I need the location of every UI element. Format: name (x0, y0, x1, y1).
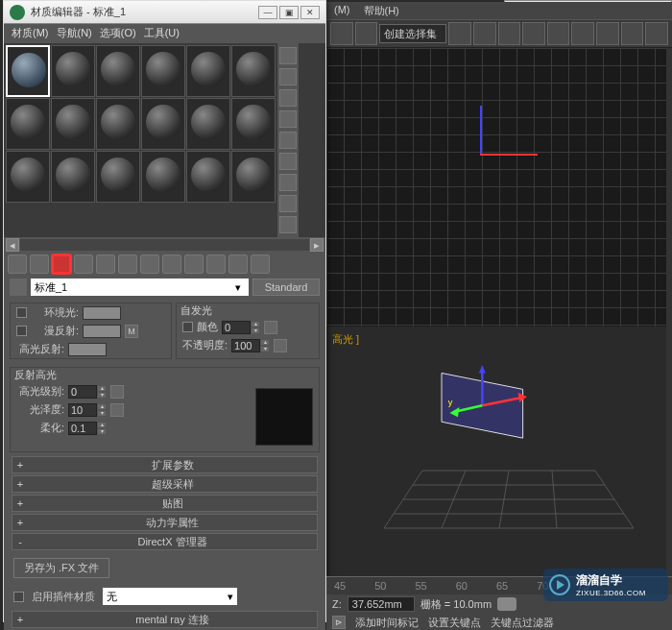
background-icon[interactable] (279, 89, 297, 107)
mirror-icon[interactable] (473, 22, 496, 45)
sample-slot-17[interactable] (186, 151, 230, 203)
sample-uv-icon[interactable] (279, 110, 297, 128)
toolbar-btn-2[interactable] (355, 22, 378, 45)
menu-navigate[interactable]: 导航(N) (57, 26, 92, 41)
add-time-tag[interactable]: 添加时间标记 (355, 616, 419, 630)
plugin-dropdown[interactable]: 无▾ (103, 588, 237, 605)
minimize-button[interactable]: — (258, 6, 277, 19)
align-icon[interactable] (498, 22, 521, 45)
soften-spinner[interactable]: 0.1▴▾ (68, 422, 107, 435)
viewport-top[interactable] (326, 48, 672, 327)
sample-slot-8[interactable] (51, 98, 95, 150)
menu-help[interactable]: 帮助(H) (364, 4, 399, 17)
gloss-spinner[interactable]: 10▴▾ (68, 403, 107, 417)
sample-hscroll[interactable]: ◂ ▸ (4, 237, 325, 253)
toolbar-btn-3[interactable] (448, 22, 471, 45)
z-coord-field[interactable]: 37.652mm (348, 596, 415, 612)
key-filter-button[interactable]: 关键点过滤器 (491, 616, 554, 630)
ambient-lock[interactable] (16, 307, 27, 318)
menu-tools[interactable]: 工具(U) (144, 26, 180, 41)
diffuse-map-button[interactable]: M (125, 325, 138, 338)
menu-options[interactable]: 选项(O) (100, 26, 136, 41)
menu-material[interactable]: 材质(M) (12, 26, 49, 41)
material-name-input[interactable]: 标准_1▾ (31, 279, 249, 296)
opacity-spinner[interactable]: 100▴▾ (231, 339, 270, 352)
sample-slot-2[interactable] (51, 45, 95, 97)
close-button[interactable]: ✕ (300, 6, 320, 19)
diffuse-lock[interactable] (16, 326, 27, 336)
sample-slot-6[interactable] (231, 45, 276, 97)
spec-level-map-button[interactable] (110, 385, 124, 399)
ambient-swatch[interactable] (83, 306, 121, 320)
sample-slot-5[interactable] (186, 45, 230, 97)
time-tag-icon[interactable]: ⊳ (332, 616, 346, 629)
sample-type-icon[interactable] (279, 47, 297, 64)
self-illum-check[interactable] (182, 322, 193, 332)
curve-editor-icon[interactable] (547, 22, 570, 45)
preview-icon[interactable] (279, 153, 297, 170)
render-setup-icon[interactable] (621, 22, 644, 45)
save-fx-button[interactable]: 另存为 .FX 文件 (13, 558, 109, 578)
go-parent-icon[interactable] (228, 254, 248, 274)
sample-slot-3[interactable] (96, 45, 140, 97)
show-end-result-icon[interactable] (206, 254, 226, 274)
sample-slot-12[interactable] (231, 98, 276, 150)
viewport-scrollbar[interactable] (666, 48, 672, 576)
sample-slot-1[interactable] (6, 45, 50, 97)
selection-set-dropdown[interactable]: 创建选择集 (379, 24, 446, 43)
enable-plugin-check[interactable] (13, 592, 24, 602)
make-unique-icon[interactable] (118, 254, 137, 274)
sample-slot-13[interactable] (6, 151, 50, 203)
toolbar-btn-1[interactable] (330, 22, 353, 45)
menu-maxscript[interactable]: (M) (334, 4, 350, 17)
schematic-icon[interactable] (571, 22, 594, 45)
eyedropper-icon[interactable] (10, 279, 27, 296)
set-key-button[interactable]: 设置关键点 (428, 616, 481, 630)
diffuse-swatch[interactable] (83, 325, 121, 338)
rollout-directx[interactable]: -DirectX 管理器 (12, 533, 318, 550)
sample-slot-10[interactable] (141, 98, 185, 150)
self-illum-map-button[interactable] (264, 321, 277, 334)
put-to-scene-icon[interactable] (30, 254, 49, 274)
assign-to-selection-icon[interactable] (52, 254, 71, 274)
spec-level-spinner[interactable]: 0▴▾ (68, 385, 107, 399)
scroll-left-icon[interactable]: ◂ (6, 238, 19, 252)
opacity-map-button[interactable] (274, 339, 287, 352)
maximize-button[interactable]: ▣ (279, 6, 299, 19)
scroll-right-icon[interactable]: ▸ (310, 238, 324, 252)
material-editor-titlebar[interactable]: 材质编辑器 - 标准_1 — ▣ ✕ (4, 1, 325, 24)
gloss-map-button[interactable] (110, 403, 124, 417)
navigator-icon[interactable] (279, 216, 297, 233)
sample-slot-18[interactable] (231, 151, 276, 203)
show-map-icon[interactable] (184, 254, 204, 274)
go-forward-icon[interactable] (251, 254, 270, 274)
put-to-library-icon[interactable] (140, 254, 159, 274)
select-by-mat-icon[interactable] (279, 195, 297, 212)
sample-slot-15[interactable] (96, 151, 140, 203)
backlight-icon[interactable] (279, 68, 297, 85)
layers-icon[interactable] (522, 22, 545, 45)
make-copy-icon[interactable] (96, 254, 115, 274)
scroll-track[interactable] (20, 239, 309, 251)
sample-slot-11[interactable] (186, 98, 230, 150)
rollout-maps[interactable]: +贴图 (12, 495, 318, 512)
sample-slot-16[interactable] (141, 151, 185, 203)
rollout-mentalray[interactable]: +mental ray 连接 (12, 611, 318, 628)
sample-slot-7[interactable] (6, 98, 50, 150)
autokey-icon[interactable] (497, 597, 516, 611)
sample-slot-4[interactable] (141, 45, 185, 97)
rollout-extended[interactable]: +扩展参数 (12, 456, 318, 473)
specular-swatch[interactable] (68, 343, 107, 356)
video-check-icon[interactable] (279, 132, 297, 149)
render-icon[interactable] (645, 22, 668, 45)
self-illum-spinner[interactable]: 0▴▾ (222, 321, 260, 334)
get-material-icon[interactable] (8, 254, 27, 274)
reset-map-icon[interactable] (74, 254, 93, 274)
sample-slot-9[interactable] (96, 98, 140, 150)
sample-slot-14[interactable] (51, 151, 95, 203)
rollout-supersample[interactable]: +超级采样 (12, 475, 318, 493)
options-icon[interactable] (279, 174, 297, 191)
material-type-button[interactable]: Standard (252, 279, 320, 296)
rollout-dynamics[interactable]: +动力学属性 (12, 514, 318, 531)
plane-object[interactable]: y (413, 365, 576, 471)
